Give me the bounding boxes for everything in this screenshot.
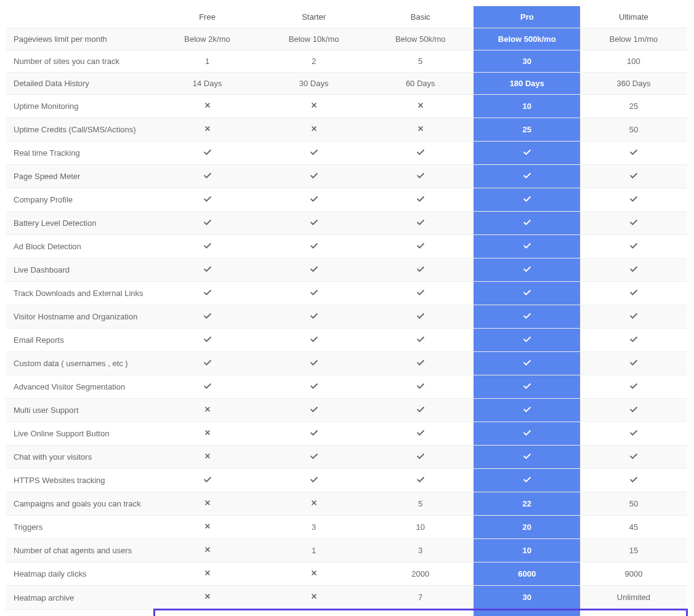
check-icon: [203, 148, 212, 156]
feature-cell: [154, 399, 260, 422]
feature-cell: [260, 469, 367, 492]
feature-cell: [580, 399, 687, 422]
feature-cell: [474, 235, 580, 258]
check-icon: [629, 358, 638, 367]
check-icon: [203, 241, 212, 250]
feature-cell: [367, 329, 474, 352]
check-icon: [523, 405, 531, 414]
feature-cell: [367, 142, 474, 165]
check-icon: [310, 265, 318, 273]
feature-row: Custom data ( usernames , etc ): [6, 352, 687, 375]
feature-row: Email Reports: [6, 329, 687, 352]
feature-row: Triggers3102045: [6, 516, 687, 539]
check-icon: [523, 241, 531, 250]
feature-cell: 3: [367, 539, 474, 562]
feature-cell: [260, 95, 367, 118]
check-icon: [310, 475, 318, 484]
check-icon: [416, 358, 425, 367]
x-icon: [416, 101, 425, 110]
feature-cell: [260, 212, 367, 235]
check-icon: [416, 452, 425, 460]
feature-cell: [580, 375, 687, 399]
check-icon: [523, 335, 531, 343]
feature-cell: [154, 492, 260, 516]
x-icon: [310, 592, 318, 601]
x-icon: [203, 498, 212, 507]
check-icon: [629, 148, 638, 156]
feature-label: Real time Tracking: [6, 142, 154, 165]
feature-row: Chat with your visitors: [6, 446, 687, 469]
feature-cell: [580, 235, 687, 258]
feature-cell: [260, 188, 367, 212]
feature-cell: [260, 282, 367, 305]
x-icon: [416, 124, 425, 133]
feature-cell: [580, 258, 687, 282]
plan-header-row: Free Starter Basic Pro Ultimate: [6, 6, 687, 28]
check-icon: [416, 148, 425, 156]
feature-cell: [474, 329, 580, 352]
x-icon: [203, 452, 212, 460]
feature-cell: [367, 399, 474, 422]
check-icon: [629, 335, 638, 343]
feature-cell: [154, 258, 260, 282]
feature-label: Visitor Hostname and Organization: [6, 305, 154, 329]
feature-cell: [474, 282, 580, 305]
feature-cell: [580, 352, 687, 375]
check-icon: [523, 428, 531, 437]
feature-cell: [367, 469, 474, 492]
feature-label: Multi user Support: [6, 399, 154, 422]
feature-cell: 1: [154, 50, 260, 73]
feature-cell: 14 Days: [154, 73, 260, 95]
feature-cell: [260, 492, 367, 516]
feature-cell: [580, 305, 687, 329]
feature-cell: [154, 142, 260, 165]
x-icon: [203, 405, 212, 414]
feature-cell: [474, 469, 580, 492]
feature-cell: Below 10k/mo: [260, 28, 367, 50]
check-icon: [310, 288, 318, 297]
check-icon: [416, 241, 425, 250]
feature-label: Number of chat agents and users: [6, 539, 154, 562]
feature-cell: [154, 329, 260, 352]
feature-cell: [154, 352, 260, 375]
feature-label: HTTPS Websites tracking: [6, 469, 154, 492]
feature-cell: [260, 375, 367, 399]
feature-cell: [474, 258, 580, 282]
x-icon: [203, 569, 212, 577]
feature-label: Email Reports: [6, 329, 154, 352]
check-icon: [523, 171, 531, 180]
feature-cell: [367, 422, 474, 446]
check-icon: [203, 382, 212, 390]
feature-cell: [474, 422, 580, 446]
feature-cell: [154, 165, 260, 188]
feature-row: Heatmap daily clicks200060009000: [6, 562, 687, 586]
feature-cell: [580, 446, 687, 469]
check-icon: [203, 171, 212, 180]
feature-cell: [474, 212, 580, 235]
feature-cell: [154, 212, 260, 235]
feature-row: Battery Level Detection: [6, 212, 687, 235]
feature-cell: Below 2k/mo: [154, 28, 260, 50]
feature-cell: [367, 352, 474, 375]
check-icon: [416, 194, 425, 203]
feature-label: Number of sites you can track: [6, 50, 154, 73]
check-icon: [310, 405, 318, 414]
feature-cell: [580, 469, 687, 492]
feature-cell: [260, 235, 367, 258]
feature-cell: 25: [474, 118, 580, 142]
feature-cell: [154, 282, 260, 305]
feature-cell: [367, 95, 474, 118]
feature-row: Number of sites you can track12530100: [6, 50, 687, 73]
x-icon: [310, 498, 318, 507]
feature-label: Live Dashboard: [6, 258, 154, 282]
check-icon: [629, 405, 638, 414]
check-icon: [523, 358, 531, 367]
feature-cell: [260, 562, 367, 586]
feature-cell: [260, 446, 367, 469]
feature-cell: 30: [474, 50, 580, 73]
check-icon: [629, 382, 638, 390]
check-icon: [416, 265, 425, 273]
feature-cell: 6000: [474, 562, 580, 586]
feature-label: Live Online Support Button: [6, 422, 154, 446]
check-icon: [310, 382, 318, 390]
